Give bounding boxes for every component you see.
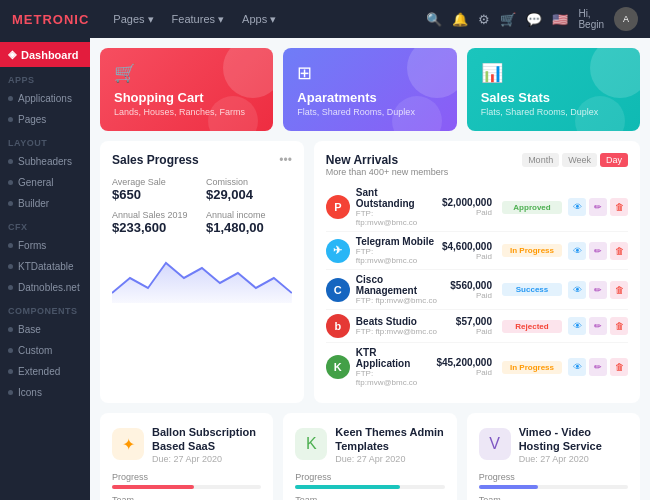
sidebar-item-ktdatatable[interactable]: KTDatatable [0, 256, 90, 277]
sidebar-item-subheaders[interactable]: Subheaders [0, 151, 90, 172]
arrival-ftp: FTP: ftp:mvw@bmc.co [356, 247, 436, 265]
arrivals-subtitle: More than 400+ new members [326, 167, 448, 177]
arrival-logo: ✈ [326, 239, 350, 263]
sidebar-item-base[interactable]: Base [0, 319, 90, 340]
bottom-card: K Keen Themes Admin Templates Due: 27 Ap… [283, 413, 456, 500]
bottom-card-info: Keen Themes Admin Templates Due: 27 Apr … [335, 425, 444, 464]
bell-icon[interactable]: 🔔 [452, 12, 468, 27]
avatar[interactable]: A [614, 7, 638, 31]
period-month-btn[interactable]: Month [522, 153, 559, 167]
stat-value: $1,480,00 [206, 220, 292, 235]
new-arrivals-card: New Arrivals More than 400+ new members … [314, 141, 640, 403]
period-day-btn[interactable]: Day [600, 153, 628, 167]
arrival-amount: $560,000 Paid [450, 280, 492, 300]
edit-action-btn[interactable]: ✏ [589, 281, 607, 299]
sidebar-item-extended[interactable]: Extended [0, 361, 90, 382]
view-action-btn[interactable]: 👁 [568, 242, 586, 260]
bottom-card-logo: V [479, 428, 511, 460]
arrival-price: $45,200,000 [436, 357, 492, 368]
view-action-btn[interactable]: 👁 [568, 358, 586, 376]
view-action-btn[interactable]: 👁 [568, 281, 586, 299]
bottom-card-info: Vimeo - Video Hosting Service Due: 27 Ap… [519, 425, 628, 464]
arrival-badge: Success [502, 283, 562, 296]
dot-icon [8, 327, 13, 332]
sidebar-item-dashboard[interactable]: ◈ Dashboard [0, 42, 90, 67]
card-sales-stats[interactable]: 📊 Sales Stats Flats, Shared Rooms, Duple… [467, 48, 640, 131]
main-content: 🛒 Shopping Cart Lands, Houses, Ranches, … [90, 38, 650, 500]
edit-action-btn[interactable]: ✏ [589, 317, 607, 335]
edit-action-btn[interactable]: ✏ [589, 242, 607, 260]
edit-action-btn[interactable]: ✏ [589, 358, 607, 376]
dot-icon [8, 285, 13, 290]
search-icon[interactable]: 🔍 [426, 12, 442, 27]
chat-icon[interactable]: 💬 [526, 12, 542, 27]
nav-features[interactable]: Features ▾ [164, 9, 232, 30]
dot-icon [8, 117, 13, 122]
sidebar-item-pages[interactable]: Pages [0, 109, 90, 130]
stat-value: $29,004 [206, 187, 292, 202]
card-shopping-cart[interactable]: 🛒 Shopping Cart Lands, Houses, Ranches, … [100, 48, 273, 131]
arrival-name: Telegram Mobile [356, 236, 436, 247]
arrival-amount: $4,600,000 Paid [442, 241, 492, 261]
sidebar-item-general[interactable]: General [0, 172, 90, 193]
stat-annual-sales: Annual Sales 2019 $233,600 [112, 210, 198, 235]
view-action-btn[interactable]: 👁 [568, 198, 586, 216]
sidebar-item-icons[interactable]: Icons [0, 382, 90, 403]
dot-icon [8, 369, 13, 374]
stat-annual-income: Annual income $1,480,00 [206, 210, 292, 235]
bottom-card-due: Due: 27 Apr 2020 [335, 454, 444, 464]
progress-bar [295, 485, 444, 489]
arrivals-title: New Arrivals [326, 153, 448, 167]
settings-icon[interactable]: ⚙ [478, 12, 490, 27]
delete-action-btn[interactable]: 🗑 [610, 317, 628, 335]
dot-icon [8, 243, 13, 248]
stat-label: Comission [206, 177, 292, 187]
bottom-card-title: Vimeo - Video Hosting Service [519, 425, 628, 454]
arrival-logo: P [326, 195, 350, 219]
team-label: Team [295, 495, 444, 500]
card-sub-shopping: Lands, Houses, Ranches, Farms [114, 107, 259, 117]
sidebar-item-custom[interactable]: Custom [0, 340, 90, 361]
arrival-actions: 👁 ✏ 🗑 [568, 358, 628, 376]
arrival-badge: Rejected [502, 320, 562, 333]
nav-pages[interactable]: Pages ▾ [105, 9, 161, 30]
view-action-btn[interactable]: 👁 [568, 317, 586, 335]
flag-icon[interactable]: 🇺🇸 [552, 12, 568, 27]
cart-icon[interactable]: 🛒 [500, 12, 516, 27]
delete-action-btn[interactable]: 🗑 [610, 358, 628, 376]
sidebar-item-applications[interactable]: Applications [0, 88, 90, 109]
arrival-badge: In Progress [502, 361, 562, 374]
dashboard-label: Dashboard [21, 49, 78, 61]
stat-label: Annual income [206, 210, 292, 220]
bottom-card-logo: ✦ [112, 428, 144, 460]
card-apartments[interactable]: ⊞ Aparatments Flats, Shared Rooms, Duple… [283, 48, 456, 131]
arrivals-list: P Sant Outstanding FTP: ftp:mvw@bmc.co $… [326, 183, 628, 391]
bottom-card-header: V Vimeo - Video Hosting Service Due: 27 … [479, 425, 628, 464]
delete-action-btn[interactable]: 🗑 [610, 242, 628, 260]
bottom-card: ✦ Ballon Subscription Based SaaS Due: 27… [100, 413, 273, 500]
nav-apps[interactable]: Apps ▾ [234, 9, 284, 30]
dashboard-icon: ◈ [8, 48, 16, 61]
main-layout: ◈ Dashboard APPS Applications Pages LAYO… [0, 38, 650, 500]
period-week-btn[interactable]: Week [562, 153, 597, 167]
period-buttons: Month Week Day [522, 153, 628, 167]
progress-label: Progress [112, 472, 261, 482]
delete-action-btn[interactable]: 🗑 [610, 198, 628, 216]
arrival-price: $57,000 [456, 316, 492, 327]
user-greeting: Hi,Begin [578, 8, 604, 30]
sidebar-item-builder[interactable]: Builder [0, 193, 90, 214]
sidebar-item-forms[interactable]: Forms [0, 235, 90, 256]
dot-icon [8, 201, 13, 206]
dot-icon [8, 180, 13, 185]
bottom-cards-section: ✦ Ballon Subscription Based SaaS Due: 27… [100, 413, 640, 500]
top-cards-section: 🛒 Shopping Cart Lands, Houses, Ranches, … [100, 48, 640, 131]
sidebar-section-layout: LAYOUT [0, 130, 90, 151]
edit-action-btn[interactable]: ✏ [589, 198, 607, 216]
sidebar-item-datnobles[interactable]: Datnobles.net [0, 277, 90, 298]
sidebar: ◈ Dashboard APPS Applications Pages LAYO… [0, 38, 90, 500]
bottom-card-logo: K [295, 428, 327, 460]
bottom-card-info: Ballon Subscription Based SaaS Due: 27 A… [152, 425, 261, 464]
ellipsis-icon[interactable]: ••• [279, 153, 292, 167]
sidebar-section-cfx: CFX [0, 214, 90, 235]
delete-action-btn[interactable]: 🗑 [610, 281, 628, 299]
